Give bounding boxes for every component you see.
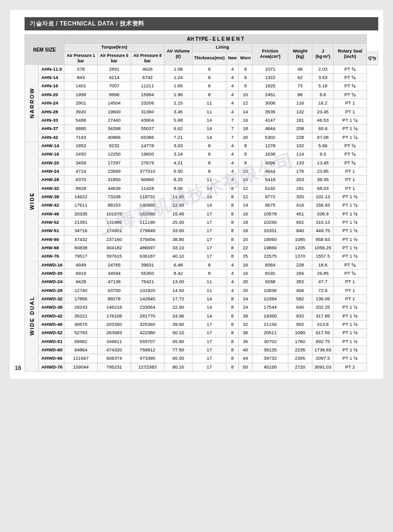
cell: PT ³⁄₄ [334,82,366,90]
cell: PT 1 ¹⁄₂ [334,320,366,329]
cell: 48 [288,65,312,73]
cell: PT 1 ¹⁄₂ [334,218,366,226]
cell: 5.68 [164,116,192,124]
cell: PT 1 ¹⁄₂ [334,210,366,218]
cell: 174901 [98,227,131,235]
cell: 413.8 [312,320,334,329]
cell: 33.10 [164,244,192,252]
cell: 840 [288,227,312,235]
cell: 14 [238,107,253,116]
cell: 2901 [64,99,98,107]
cell: 2891 [98,65,131,73]
cell: 4 [226,141,238,150]
table-row: AHW-522139113198621119025.00178181025660… [25,218,378,226]
cell: 6.62 [164,125,192,133]
cell: 17611 [64,201,98,210]
cell: 32 [238,320,253,329]
table-row: AHWD-516996234981155970765.8017836307021… [25,337,378,346]
cell: 8 [226,363,238,371]
item-name: AHW-28 [39,176,64,184]
cell: 640 [288,303,312,312]
cell: 8 [226,218,238,226]
cell: 75421 [131,278,164,286]
cell: 14 [192,125,226,133]
cell: 1557.5 [312,252,334,261]
cell: 39.90 [164,320,192,329]
cell: 795231 [98,363,131,371]
cell: 8.25 [164,176,192,184]
cell: 17 [192,235,226,243]
cell: 325360 [131,320,164,329]
cell: PT 1 ¹⁄₂ [334,337,366,346]
cell: 237160 [98,235,131,243]
cell: 17856 [64,295,98,303]
cell: 8 [238,150,253,159]
cell: 14 [192,312,226,320]
cell: 1825 [253,82,288,90]
cell: 8 [226,295,238,303]
cell: 1999 [64,90,98,99]
item-name: AHW-20 [39,159,64,167]
cell: 206.9 [312,210,334,218]
cell: 17 [192,210,226,218]
cell: PT 1 ¹⁄₄ [334,133,366,141]
cell: 63700 [98,286,131,294]
cell: 8.06 [164,184,192,192]
cell: 279849 [131,227,164,235]
item-name: AHW-32 [39,184,64,192]
cell: 416 [288,201,312,210]
cell: 16 [238,210,253,218]
cell: 77.50 [164,346,192,354]
cell: 10 [238,176,253,184]
cell: 47.7 [312,278,334,286]
cell: 15994 [131,90,164,99]
cell: 281770 [131,312,164,320]
cell: PT 1 [334,99,366,107]
table-row: AHN-42719340866653867.2114720530222897.0… [25,133,378,141]
cell: 8 [192,65,226,73]
cell: 15.45 [164,210,192,218]
cell: 8928 [64,184,98,192]
cell: 17 [192,363,226,371]
cell: 4 [226,167,238,175]
cell: 14 [192,303,226,312]
cell: 101.13 [312,192,334,201]
cell: 16 [238,261,253,269]
cell: 68.03 [312,184,334,192]
cell: 8 [238,82,253,90]
cell: 203350 [98,320,131,329]
cell: 20 [238,235,253,243]
cell: 4 [226,107,238,116]
cell: PT 1 ¹⁄₂ [334,312,366,320]
cell: 4714 [64,167,98,175]
cell: 14 [192,184,226,192]
table-row: AHN-33548827440439045.6814716414718146.5… [25,116,378,124]
cell: 19600 [98,107,131,116]
cell: 17 [192,320,226,329]
item-name: AHWD-28 [39,286,64,294]
cell: 11211 [131,82,164,90]
table-row: AHW-462033510167516268015.45178161057845… [25,210,378,218]
j-header: J (kg·m²) [312,44,334,65]
cell: 3091.03 [312,363,334,371]
cell: 17.72 [164,295,192,303]
cell: 146216 [98,303,131,312]
cell: 28 [238,312,253,320]
cell: PT 1 ¹⁄₂ [334,329,366,337]
cell: 22 [238,244,253,252]
cell: 4 [226,278,238,286]
cell: 6192 [253,184,288,192]
cell: 12 [238,99,253,107]
cell: 4626 [131,65,164,73]
item-name: AHN-14 [39,74,64,82]
item-name: AHW-76 [39,252,64,261]
cell: PT 1 [334,295,366,303]
cell: 11 [192,99,226,107]
table-row: AHW-604743223716037945638.80178201806010… [25,235,378,243]
cell: 14778 [131,141,164,150]
cell: 352 [288,278,312,286]
cell: 310.13 [312,218,334,226]
technical-data-table: ItEM SIZE AH TYPE - E L E M E N T Torque… [25,34,378,372]
cell: 10578 [253,210,288,218]
cell: 17 [192,218,226,226]
